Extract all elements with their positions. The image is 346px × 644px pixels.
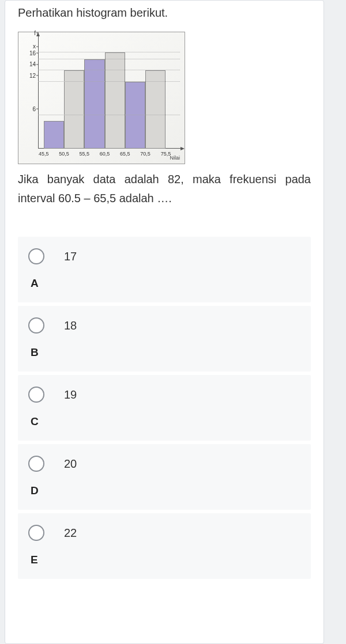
answer-options: 17A18B19C20D22E <box>18 237 311 579</box>
y-tick-label: 6 <box>32 105 38 112</box>
option-value: 22 <box>64 526 77 540</box>
intro-text: Perhatikan histogram berikut. <box>18 1 311 21</box>
option-letter: E <box>31 554 300 566</box>
option-letter: A <box>31 277 300 290</box>
radio-icon[interactable] <box>28 456 44 472</box>
question-card: Perhatikan histogram berikut. 6121416xf4… <box>5 0 324 644</box>
option-letter: D <box>31 484 300 497</box>
x-tick-label: 70,5 <box>140 149 151 157</box>
histogram-chart: 6121416xf45,550,555,560,565,570,575,5 Ni… <box>18 32 185 164</box>
chart-ylabel: f <box>34 29 38 36</box>
radio-icon[interactable] <box>28 387 44 403</box>
y-tick-label: 14 <box>29 61 38 67</box>
question-text: Jika banyak data adalah 82, maka frekuen… <box>18 170 311 208</box>
answer-option-a[interactable]: 17A <box>18 237 311 302</box>
option-letter: C <box>31 415 300 428</box>
histogram-bar <box>145 70 166 149</box>
x-tick-label: 45,5 <box>39 149 49 157</box>
option-value: 18 <box>64 319 77 332</box>
answer-option-c[interactable]: 19C <box>18 375 311 441</box>
y-tick-label: 12 <box>29 72 38 78</box>
y-tick-label: x <box>33 43 38 50</box>
option-value: 20 <box>64 457 77 471</box>
histogram-bar <box>44 121 64 149</box>
y-tick-label: 16 <box>29 50 38 56</box>
x-tick-label: 55,5 <box>80 149 90 157</box>
answer-option-b[interactable]: 18B <box>18 306 311 372</box>
radio-icon[interactable] <box>28 317 44 334</box>
histogram-bar <box>64 70 84 149</box>
histogram-bar <box>105 52 125 149</box>
option-value: 17 <box>64 250 77 263</box>
histogram-bar <box>84 59 104 149</box>
radio-icon[interactable] <box>28 525 44 541</box>
x-tick-label: 65,5 <box>120 149 130 157</box>
radio-icon[interactable] <box>28 248 44 264</box>
x-tick-label: 50,5 <box>59 149 69 157</box>
answer-option-e[interactable]: 22E <box>18 513 311 579</box>
chart-xlabel: Nilai <box>170 155 180 161</box>
x-tick-label: 60,5 <box>100 149 110 157</box>
answer-option-d[interactable]: 20D <box>18 444 311 510</box>
option-letter: B <box>31 346 300 359</box>
option-value: 19 <box>64 388 77 401</box>
